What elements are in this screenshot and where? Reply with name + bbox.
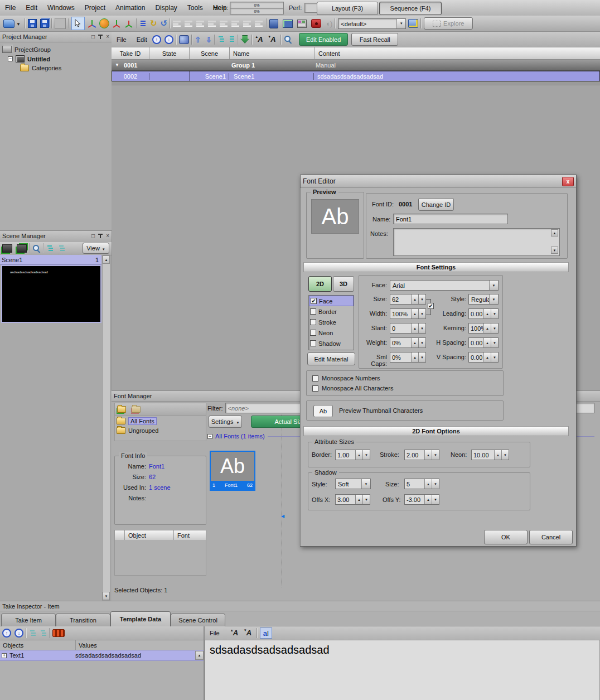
notes-textarea[interactable] — [393, 228, 560, 256]
spin-down-icon[interactable] — [491, 353, 498, 362]
sequence-group-row[interactable]: ▼ 0001 Group 1 Manual — [112, 60, 600, 71]
move-item-up-icon[interactable]: ⇧ — [195, 35, 201, 44]
spin-up-icon[interactable] — [424, 479, 432, 489]
scale-axis-icon[interactable] — [112, 18, 122, 28]
hspacing-spinner[interactable]: 0.00 — [468, 337, 499, 348]
collapse-box-icon[interactable] — [8, 56, 13, 61]
settings-button[interactable]: Settings — [209, 416, 242, 428]
font-thumbnail[interactable]: Ab 1 Font1 62 — [210, 451, 255, 491]
shadow-offsy-spinner[interactable]: -3.00 — [404, 494, 439, 505]
tab-take-item[interactable]: Take Item — [1, 614, 56, 627]
menu-file[interactable]: File — [0, 4, 21, 12]
ungroup-items-icon[interactable] — [228, 36, 235, 43]
smlcaps-spinner[interactable]: 0% — [390, 352, 426, 363]
monospace-numbers-row[interactable]: Monospace Numbers — [312, 375, 503, 382]
editor-font-decrease-icon[interactable]: ▼A — [244, 629, 254, 638]
spin-down-icon[interactable] — [362, 495, 370, 504]
border-checkbox[interactable] — [310, 308, 316, 315]
col-scene[interactable]: Scene — [190, 47, 230, 59]
scene-thumbnail[interactable]: asdsadasdsadsadsadsad — [1, 265, 101, 323]
add-scene-group-icon[interactable] — [17, 244, 27, 253]
spin-up-icon[interactable] — [424, 495, 432, 504]
spin-down-icon[interactable] — [491, 324, 498, 333]
col-name[interactable]: Name — [230, 47, 315, 59]
blank-tool-icon[interactable] — [55, 18, 66, 29]
preview-monitor-icon[interactable] — [283, 20, 293, 28]
menu-edit[interactable]: Edit — [21, 4, 42, 12]
spin-up-icon[interactable] — [411, 295, 418, 304]
layer-border[interactable]: Border — [309, 306, 354, 317]
tree-node-projectgroup[interactable]: ProjectGroup — [0, 42, 112, 53]
close-dialog-icon[interactable]: x — [562, 177, 574, 186]
move-item-down-icon[interactable]: ⇩ — [205, 35, 212, 44]
pin-panel-icon[interactable] — [98, 234, 103, 239]
link-size-width-checkbox[interactable] — [428, 303, 434, 309]
leading-spinner[interactable]: 0.00 — [468, 308, 499, 319]
preset-dropdown[interactable]: <default> — [338, 18, 406, 29]
spin-down-icon[interactable] — [432, 450, 439, 460]
editor-font-increase-icon[interactable]: ▲A — [230, 629, 241, 638]
size-spinner[interactable]: 62 — [390, 294, 426, 305]
outline-icon[interactable] — [139, 20, 147, 27]
expand-row-icon[interactable] — [2, 653, 7, 658]
prev-object-icon[interactable]: ↑ — [2, 629, 11, 638]
float-panel-icon[interactable]: □ — [91, 233, 95, 239]
dialog-titlebar[interactable]: Font Editor x — [301, 175, 576, 188]
tree-node-untitled[interactable]: Untitled — [0, 53, 112, 62]
shadow-size-spinner[interactable]: 5 — [404, 479, 439, 489]
edit-enabled-button[interactable]: Edit Enabled — [299, 33, 348, 46]
take-up-icon[interactable]: ↑ — [152, 35, 161, 44]
select-cursor-icon[interactable] — [71, 17, 85, 30]
collapse-list-icon[interactable] — [207, 434, 212, 439]
shadow-checkbox[interactable] — [310, 340, 316, 346]
group-items-icon[interactable] — [217, 36, 225, 43]
layer-stroke[interactable]: Stroke — [309, 317, 354, 327]
font-increase-icon[interactable]: ▲A — [255, 35, 265, 44]
view-button[interactable]: View — [83, 243, 109, 254]
spin-up-icon[interactable] — [494, 450, 501, 460]
layout-grid-icon[interactable] — [297, 20, 307, 28]
layer-shadow[interactable]: Shadow — [309, 338, 354, 349]
spin-down-icon[interactable] — [432, 479, 439, 489]
next-object-icon[interactable]: ↓ — [14, 629, 23, 638]
menu-windows[interactable]: Windows — [42, 4, 80, 12]
col-content[interactable]: Content — [315, 47, 600, 59]
col-objects[interactable]: Objects — [0, 640, 76, 650]
monospace-numbers-checkbox[interactable] — [312, 375, 318, 382]
recall-scene-icon[interactable] — [179, 35, 189, 44]
tab-transition[interactable]: Transition — [56, 614, 110, 627]
fast-recall-button[interactable]: Fast Recall — [351, 33, 398, 46]
face-dropdown[interactable]: Arial — [390, 280, 499, 291]
scene-list-scrollbar[interactable] — [102, 255, 110, 601]
spin-up-icon[interactable] — [355, 495, 362, 504]
spin-up-icon[interactable] — [411, 338, 418, 347]
redo-icon[interactable]: ↻ — [150, 18, 157, 28]
spin-up-icon[interactable] — [424, 450, 432, 460]
open-project-icon[interactable] — [3, 20, 14, 28]
monospace-all-row[interactable]: Monospace All Characters — [312, 385, 503, 392]
autofit-text-icon[interactable]: al — [260, 627, 272, 639]
menu-animation[interactable]: Animation — [110, 4, 150, 12]
col-object[interactable]: Object — [125, 530, 174, 540]
add-scene-icon[interactable] — [2, 244, 12, 253]
col-font[interactable]: Font — [174, 530, 206, 540]
neon-checkbox[interactable] — [310, 330, 316, 336]
spin-up-icon[interactable] — [355, 450, 362, 460]
sequence-menu-file[interactable]: File — [112, 36, 132, 43]
style-dropdown[interactable]: Regular — [468, 294, 499, 305]
sequence-button[interactable]: Sequence (F4) — [379, 2, 442, 15]
col-state[interactable]: State — [149, 47, 190, 59]
spin-up-icon[interactable] — [483, 309, 491, 318]
list-view-icon[interactable] — [46, 245, 54, 252]
layer-neon[interactable]: Neon — [309, 327, 354, 338]
notes-scroll-down-icon[interactable] — [551, 247, 558, 254]
sequence-item-row[interactable]: 0002 Scene1 Scene1 sdsadasdsadsadsadsad — [112, 71, 600, 81]
preview-thumb-chars-button[interactable]: Ab — [313, 405, 333, 417]
save-all-icon[interactable] — [40, 19, 49, 28]
font-name-input[interactable] — [393, 214, 508, 224]
panel-toggle-icon[interactable] — [269, 19, 278, 28]
expand-tree-icon[interactable] — [29, 630, 36, 637]
attr-border-spinner[interactable]: 1.00 — [335, 450, 370, 460]
keyframe-data-icon[interactable] — [52, 629, 65, 637]
vspacing-spinner[interactable]: 0.00 — [468, 352, 499, 363]
